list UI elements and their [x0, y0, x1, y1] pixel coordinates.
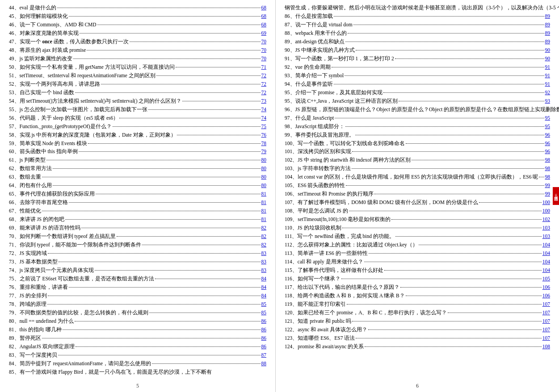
page-number: 76 — [261, 131, 267, 139]
toc-item: 钢管生成，你要躲避钢管。然后小明在玩这个游戏时候老是卡顿甚至崩溃，说出原因（3-… — [285, 4, 550, 12]
page-number: 104 — [542, 266, 550, 275]
toc-item: 97、什么是 JavaScript95 — [285, 114, 550, 122]
page-number: 88 — [261, 359, 267, 368]
page-number: 82 — [261, 241, 267, 249]
toc-item: 69、能来讲讲 JS 的语言特性吗82 — [9, 224, 266, 232]
page-number: 90 — [545, 54, 551, 63]
page-number: 68 — [261, 21, 267, 29]
toc-item: 81、this 的指向 哪几种86 — [9, 325, 266, 334]
page-number: 68 — [261, 12, 267, 21]
page-number: 107 — [542, 309, 550, 317]
page-number: 72 — [261, 88, 267, 97]
page-number: 99 — [545, 181, 551, 190]
page-number: 98 — [545, 173, 551, 181]
page-number: 86 — [261, 334, 267, 342]
red-flag: 激活·巨nb — [553, 187, 559, 205]
page-number: 85 — [261, 309, 267, 317]
toc-item: 111、写一个 newBind 函数，完成 bind 的功能。103 — [285, 232, 550, 241]
page-number: 104 — [542, 249, 550, 258]
page-number: 70 — [261, 46, 267, 54]
page-number: 83 — [261, 249, 267, 258]
toc-item: 57、Function._proto_(getPrototypeOf)是什么？7… — [9, 122, 266, 131]
toc-item: 76、重排和重绘，讲讲看84 — [9, 283, 266, 292]
page-number: 80 — [261, 181, 267, 190]
page-number: 72 — [261, 71, 267, 80]
toc-item: 95、介绍一下 promise，及其底层如何实现92 — [285, 88, 550, 97]
toc-item: 94、什么是事件监听91 — [285, 80, 550, 88]
toc-item: 75、之前说了 ES6set 可以数组去重，是否还有数组去重的方法84 — [9, 275, 266, 283]
toc-item: 44、eval 是做什么的68 — [9, 4, 266, 12]
red-flag-text: 激活·巨nb — [553, 193, 559, 198]
toc-item: 106、setTimeout 和 Promise 的执行顺序99 — [285, 190, 550, 198]
toc-item: 59、简单实现 Node 的 Events 模块78 — [9, 139, 266, 148]
page-number: 100 — [542, 207, 550, 215]
toc-item: 82、AngularJS 双向绑定原理86 — [9, 342, 266, 351]
toc-item: 64、闭包有什么用80 — [9, 181, 266, 190]
toc-item: 108、平时是怎么调试 JS 的100 — [285, 207, 550, 215]
page-number: 73 — [261, 97, 267, 105]
page-number: 98 — [545, 164, 551, 173]
page-number: 78 — [261, 139, 267, 148]
page-number: 107 — [542, 300, 550, 309]
page-number: 103 — [542, 232, 550, 241]
toc-item: 61、js 判断类型80 — [9, 156, 266, 164]
toc-item: 65、事件代理在捕获阶段的实际应用81 — [9, 190, 266, 198]
toc-item: 96、JS 原型链，原型链的顶端是什么？Object 的原型是什么？Object… — [285, 105, 550, 114]
page-number: 100 — [542, 198, 550, 207]
toc-item: 105、ES6 箭头函数的特性99 — [285, 181, 550, 190]
page-number: 95 — [545, 122, 551, 131]
toc-item: 86、什么是按需加载89 — [285, 12, 550, 21]
toc-item: 115、了解事件代理吗，这样做有什么好处104 — [285, 266, 550, 275]
page-number: 104 — [542, 258, 550, 266]
toc-item: 45、如何理解前端模块化68 — [9, 12, 266, 21]
toc-item: 99、事件委托以及冒泡原理。96 — [285, 131, 550, 139]
toc-item: 68、来讲讲 JS 的闭包吧81 — [9, 215, 266, 224]
page-number: 103 — [542, 224, 550, 232]
page-number: 102 — [542, 215, 550, 224]
left-page-number: 5 — [0, 383, 275, 389]
toc-item: 51、setTimeout、setInterval 和 requestAnima… — [9, 71, 266, 80]
toc-item: 124、promise 和 await/async 的关系108 — [285, 342, 550, 351]
page-number: 87 — [261, 351, 267, 359]
page-number: 98 — [545, 156, 551, 164]
toc-item: 112、怎么获得对象上的属性：比如说通过 Object.key（）104 — [285, 241, 550, 249]
page-number: 108 — [542, 342, 550, 351]
page-number: 96 — [545, 131, 551, 139]
page-number: 96 — [545, 139, 551, 148]
toc-item: 52、实现一个两列等高布局，讲讲思路72 — [9, 80, 266, 88]
toc-item: 122、async 和 await 具体该怎么用？107 — [285, 325, 550, 334]
left-toc: 44、eval 是做什么的6845、如何理解前端模块化6846、说一下 Comm… — [9, 4, 266, 376]
toc-item: 87、说一下什么是 virtual dom89 — [285, 21, 550, 29]
page-number: 80 — [261, 156, 267, 164]
page-number: 72 — [261, 80, 267, 88]
page-number: 92 — [545, 88, 551, 97]
right-page: 钢管生成，你要躲避钢管。然后小明在玩这个游戏时候老是卡顿甚至崩溃，说出原因（3-… — [276, 0, 559, 392]
toc-item: 110、JS 的垃圾回收机制103 — [285, 224, 550, 232]
page-number: 74 — [261, 114, 267, 122]
toc-item: 100、写一个函数，可以转化下划线命名到驼峰命名96 — [285, 139, 550, 148]
page-number: 81 — [261, 198, 267, 207]
page-number: 83 — [261, 266, 267, 275]
page-number: 82 — [261, 224, 267, 232]
page-number: 84 — [261, 275, 267, 283]
page-number: 83 — [261, 258, 267, 266]
toc-item: 74、js 深度拷贝一个元素的具体实现83 — [9, 266, 266, 275]
toc-item: 120、如果已经有三个 promise，A、B 和 C，想串行执行，该怎么写？1… — [285, 309, 550, 317]
toc-item: 53、自己实现一个 bind 函数72 — [9, 88, 266, 97]
toc-item: 92、vue 的生命周期91 — [285, 63, 550, 71]
page-number: 89 — [545, 29, 551, 38]
toc-item: 93、简单介绍一下 symbol91 — [285, 71, 550, 80]
toc-item: 118、给两个构造函数 A 和 B，如何实现 A 继承 B？106 — [285, 292, 550, 300]
page-number: 84 — [261, 283, 267, 292]
page-number: 91 — [545, 63, 551, 71]
toc-item: 89、暂停死区86 — [9, 334, 266, 342]
toc-item: 109、setTimeout(fn,100);100 毫秒是如何权衡的102 — [285, 215, 550, 224]
toc-item: 85、有一个游戏叫做 Flappy Bird，就是一只小鸟在飞，前面是无尽的沙漠… — [9, 368, 266, 376]
page-number: 91 — [545, 71, 551, 80]
toc-item: 47、实现一个 once 函数，传入函数参数只执行一次70 — [9, 38, 266, 46]
right-toc: 钢管生成，你要躲避钢管。然后小明在玩这个游戏时候老是卡顿甚至崩溃，说出原因（3-… — [285, 4, 550, 351]
toc-item: 70、如何判断一个数组讲到 typeof 差点搞乱里82 — [9, 232, 266, 241]
page-number: 82 — [261, 232, 267, 241]
page-number: 81 — [261, 215, 267, 224]
toc-item: 80、null == undefined 为什么86 — [9, 317, 266, 325]
